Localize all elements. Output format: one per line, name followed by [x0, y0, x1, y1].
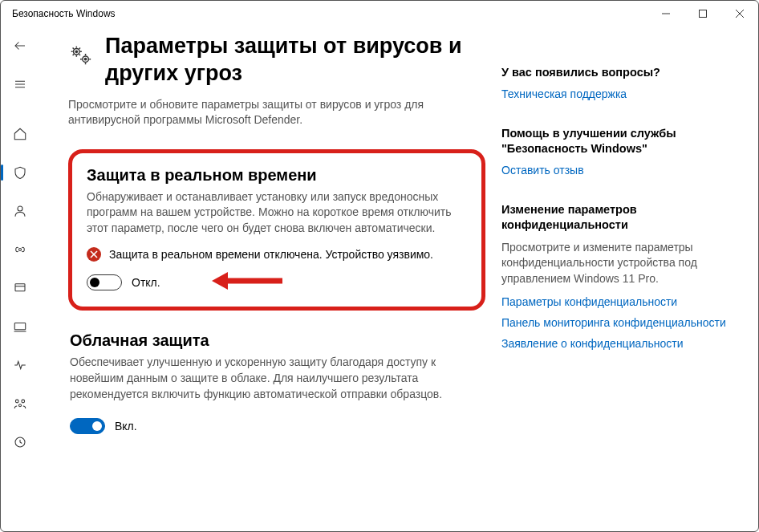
nav-protection-history[interactable] [4, 426, 36, 458]
questions-block: У вас появились вопросы? Техническая под… [501, 65, 728, 100]
privacy-block: Изменение параметров конфиденциальности … [501, 202, 728, 350]
nav-family-options[interactable] [4, 388, 36, 420]
feedback-heading: Помощь в улучшении службы "Безопасность … [501, 126, 728, 157]
titlebar: Безопасность Windows [1, 1, 758, 26]
gears-icon [68, 43, 92, 70]
privacy-heading: Изменение параметров конфиденциальности [501, 202, 728, 234]
back-button[interactable] [4, 30, 36, 62]
privacy-settings-link[interactable]: Параметры конфиденциальности [501, 295, 728, 308]
svg-point-14 [15, 400, 18, 403]
svg-point-29 [84, 59, 86, 60]
svg-rect-1 [700, 10, 707, 17]
cloud-title: Облачная защита [70, 331, 484, 350]
svg-line-26 [73, 55, 74, 55]
svg-point-8 [18, 206, 22, 211]
minimize-button[interactable] [647, 1, 684, 26]
support-link[interactable]: Техническая поддержка [501, 87, 728, 100]
cloud-description: Обеспечивает улучшенную и ускоренную защ… [70, 355, 484, 402]
svg-point-9 [19, 249, 22, 251]
svg-point-16 [19, 404, 22, 407]
nav-virus-protection[interactable] [4, 156, 36, 189]
nav-rail [1, 26, 39, 531]
svg-line-25 [79, 55, 80, 55]
nav-device-security[interactable] [4, 311, 36, 343]
window-controls [647, 1, 758, 26]
realtime-toggle-label: Откл. [132, 276, 160, 289]
privacy-dashboard-link[interactable]: Панель мониторинга конфиденциальности [501, 316, 728, 329]
cloud-toggle-label: Вкл. [115, 420, 137, 433]
realtime-description: Обнаруживает и останавливает установку и… [87, 189, 467, 237]
svg-line-24 [73, 48, 74, 49]
menu-button[interactable] [4, 68, 36, 100]
questions-heading: У вас появились вопросы? [501, 65, 728, 81]
nav-firewall[interactable] [4, 234, 36, 266]
realtime-protection-section: Защита в реальном времени Обнаруживает и… [68, 149, 485, 311]
nav-app-browser[interactable] [4, 272, 36, 304]
window-title: Безопасность Windows [12, 8, 116, 19]
cloud-toggle[interactable] [70, 418, 105, 434]
page-description: Просмотрите и обновите параметры защиты … [68, 97, 485, 128]
nav-device-performance[interactable] [4, 349, 36, 381]
svg-line-27 [79, 48, 80, 49]
realtime-warning-text: Защита в реальном времени отключена. Уст… [109, 248, 433, 261]
maximize-button[interactable] [684, 1, 721, 26]
privacy-statement-link[interactable]: Заявление о конфиденциальности [501, 337, 728, 350]
realtime-warning: Защита в реальном времени отключена. Уст… [87, 247, 467, 262]
svg-point-19 [75, 51, 77, 52]
close-button[interactable] [721, 1, 758, 26]
svg-rect-10 [15, 284, 25, 291]
realtime-toggle[interactable] [87, 274, 122, 290]
privacy-text: Просмотрите и измените параметры конфиде… [501, 240, 728, 287]
cloud-protection-section: Облачная защита Обеспечивает улучшенную … [68, 331, 485, 434]
nav-account-protection[interactable] [4, 195, 36, 227]
feedback-block: Помощь в улучшении службы "Безопасность … [501, 126, 728, 177]
error-icon [87, 247, 101, 262]
nav-home[interactable] [4, 118, 36, 150]
realtime-title: Защита в реальном времени [87, 166, 467, 185]
feedback-link[interactable]: Оставить отзыв [501, 164, 728, 177]
svg-point-15 [22, 400, 25, 403]
page-title: Параметры защиты от вирусов и других угр… [105, 33, 485, 87]
svg-rect-12 [14, 323, 26, 330]
